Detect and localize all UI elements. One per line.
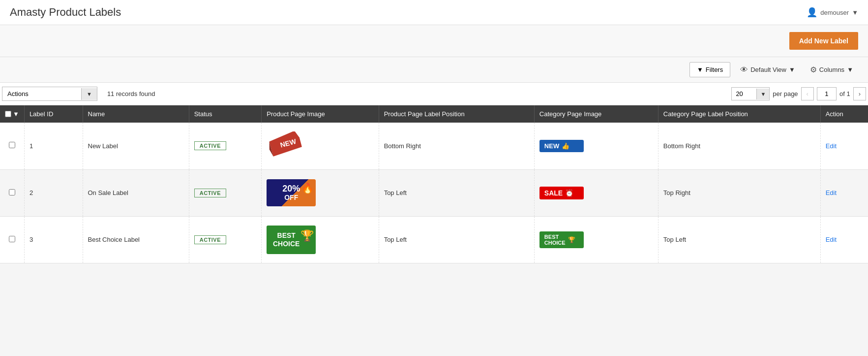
row3-product-image-cell: BESTCHOICE 🏆	[262, 216, 379, 263]
row1-label-id: 1	[24, 123, 83, 169]
row1-category-image-cell: NEW 👍	[534, 123, 658, 169]
row3-status: ACTIVE	[189, 216, 262, 263]
row2-product-position: Top Left	[379, 169, 534, 216]
row3-label-id: 3	[24, 216, 83, 263]
prev-page-button[interactable]: ‹	[801, 87, 814, 100]
products-table: ▼ Label ID Name Status Product Page Imag…	[0, 105, 868, 263]
row2-category-image-cell: SALE ⏰	[534, 169, 658, 216]
row2-status: ACTIVE	[189, 169, 262, 216]
row1-category-position: Bottom Right	[658, 123, 820, 169]
row1-category-image: NEW 👍	[539, 140, 584, 152]
row1-name: New Label	[83, 123, 189, 169]
user-icon: 👤	[807, 7, 817, 18]
th-category-page-label-position: Category Page Label Position	[658, 105, 820, 123]
row2-action-cell: Edit	[820, 169, 868, 216]
user-menu[interactable]: 👤 demouser ▼	[807, 7, 858, 18]
row1-edit-link[interactable]: Edit	[826, 142, 837, 150]
eye-icon: 👁	[740, 65, 748, 74]
row1-product-image-cell: NEW	[262, 123, 379, 169]
table-row: 2 On Sale Label ACTIVE 20% OFF 🔥 Top Lef…	[0, 169, 868, 216]
master-checkbox-chevron[interactable]: ▼	[13, 110, 19, 118]
th-label-id: Label ID	[24, 105, 83, 123]
select-all-th: ▼	[0, 105, 24, 123]
row1-checkbox-cell	[0, 123, 24, 169]
row1-product-position: Bottom Right	[379, 123, 534, 169]
row3-action-cell: Edit	[820, 216, 868, 263]
actions-bar: Actions ▼ 11 records found 20 ▼ per page…	[0, 83, 868, 105]
username: demouser	[820, 9, 849, 16]
row3-category-image-cell: BESTCHOICE 🏆	[534, 216, 658, 263]
page-title: Amasty Product Labels	[10, 6, 121, 19]
th-product-page-image: Product Page Image	[262, 105, 379, 123]
row3-category-image: BESTCHOICE 🏆	[539, 231, 584, 248]
row2-name: On Sale Label	[83, 169, 189, 216]
actions-dropdown-arrow[interactable]: ▼	[81, 88, 97, 100]
filter-bar: ▼ Filters 👁 Default View ▼ ⚙ Columns ▼	[0, 57, 868, 83]
columns-button[interactable]: ⚙ Columns ▼	[805, 62, 858, 77]
pagination: 20 ▼ per page ‹ of 1 ›	[731, 87, 868, 100]
actions-dropdown[interactable]: Actions	[2, 87, 81, 100]
row2-checkbox-cell	[0, 169, 24, 216]
row1-status-badge: ACTIVE	[194, 141, 226, 150]
of-total-pages: of 1	[839, 90, 850, 97]
th-product-page-label-position: Product Page Label Position	[379, 105, 534, 123]
current-page-input[interactable]	[817, 87, 837, 100]
row2-category-position: Top Right	[658, 169, 820, 216]
row1-product-image: NEW	[267, 131, 306, 159]
default-view-button[interactable]: 👁 Default View ▼	[735, 62, 800, 77]
row2-status-badge: ACTIVE	[194, 189, 226, 197]
top-header: Amasty Product Labels 👤 demouser ▼	[0, 0, 868, 25]
columns-chevron-icon: ▼	[847, 66, 853, 73]
row3-product-image: BESTCHOICE 🏆	[267, 226, 316, 254]
row3-name: Best Choice Label	[83, 216, 189, 263]
actions-left: Actions ▼ 11 records found	[0, 87, 155, 101]
table-row: 3 Best Choice Label ACTIVE BESTCHOICE 🏆 …	[0, 216, 868, 263]
row3-checkbox[interactable]	[9, 236, 15, 242]
row2-product-image: 20% OFF 🔥	[267, 179, 316, 206]
row3-category-position: Top Left	[658, 216, 820, 263]
view-label: Default View	[750, 66, 786, 73]
gear-icon: ⚙	[810, 65, 817, 74]
funnel-icon: ▼	[697, 66, 703, 73]
filters-label: Filters	[706, 66, 723, 73]
columns-label: Columns	[819, 66, 844, 73]
th-status: Status	[189, 105, 262, 123]
row2-category-image: SALE ⏰	[539, 187, 584, 199]
th-name: Name	[83, 105, 189, 123]
actions-select-wrapper[interactable]: Actions ▼	[2, 87, 97, 101]
per-page-dropdown[interactable]: 20	[732, 88, 756, 100]
row1-checkbox[interactable]	[9, 142, 15, 148]
user-chevron-icon: ▼	[852, 9, 858, 16]
next-page-button[interactable]: ›	[853, 87, 866, 100]
row3-status-badge: ACTIVE	[194, 235, 226, 244]
table-row: 1 New Label ACTIVE NEW Bottom Right N	[0, 123, 868, 169]
per-page-select-wrapper[interactable]: 20 ▼	[731, 87, 770, 100]
row3-edit-link[interactable]: Edit	[826, 236, 837, 243]
th-action: Action	[820, 105, 868, 123]
th-category-page-image: Category Page Image	[534, 105, 658, 123]
row2-label-id: 2	[24, 169, 83, 216]
row3-product-position: Top Left	[379, 216, 534, 263]
row2-checkbox[interactable]	[9, 189, 15, 195]
row2-product-image-cell: 20% OFF 🔥	[262, 169, 379, 216]
toolbar: Add New Label	[0, 25, 868, 57]
row1-action-cell: Edit	[820, 123, 868, 169]
table-header-row: ▼ Label ID Name Status Product Page Imag…	[0, 105, 868, 123]
records-found: 11 records found	[103, 90, 155, 97]
select-all-checkbox[interactable]	[5, 111, 11, 117]
row3-checkbox-cell	[0, 216, 24, 263]
per-page-dropdown-arrow[interactable]: ▼	[756, 89, 769, 99]
view-chevron-icon: ▼	[789, 66, 795, 73]
row1-status: ACTIVE	[189, 123, 262, 169]
row2-edit-link[interactable]: Edit	[826, 189, 837, 196]
add-new-label-button[interactable]: Add New Label	[789, 32, 858, 50]
filters-button[interactable]: ▼ Filters	[689, 62, 730, 77]
per-page-label: per page	[773, 90, 798, 97]
